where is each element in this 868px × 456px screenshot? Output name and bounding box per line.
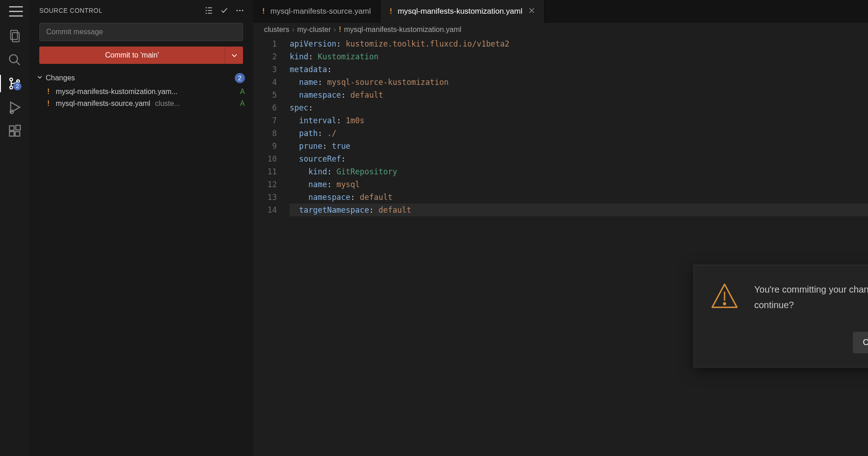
svg-point-3 [10, 78, 12, 81]
svg-point-4 [10, 86, 12, 89]
dialog-message: You're committing your changes to the de… [754, 282, 868, 313]
commit-more-button[interactable] [225, 47, 243, 64]
change-row[interactable]: ! mysql-manifests-source.yaml cluste... … [29, 98, 253, 110]
svg-rect-8 [10, 131, 14, 136]
chevron-right-icon: › [333, 26, 336, 34]
modified-marker-icon: ! [45, 88, 52, 96]
explorer-icon[interactable] [6, 27, 23, 45]
editor-area: ! mysql-manifests-source.yaml ! mysql-ma… [253, 0, 868, 456]
commit-warning-dialog: You're committing your changes to the de… [693, 265, 868, 367]
tab-bar: ! mysql-manifests-source.yaml ! mysql-ma… [253, 0, 868, 23]
menu-icon[interactable] [9, 5, 20, 13]
close-tab-icon[interactable] [529, 7, 535, 16]
yaml-file-icon: ! [390, 7, 392, 16]
chevron-right-icon: › [292, 26, 294, 34]
commit-message-input-wrap [39, 23, 243, 41]
search-icon[interactable] [6, 51, 23, 68]
source-control-panel: SOURCE CONTROL Commit to 'main' Changes … [29, 0, 253, 456]
file-status-badge: A [240, 88, 245, 96]
scm-badge: 2 [13, 82, 21, 90]
svg-rect-10 [16, 126, 21, 130]
warning-icon [710, 282, 739, 312]
panel-title: SOURCE CONTROL [39, 7, 198, 14]
create-branch-button[interactable]: Create new branch [853, 332, 868, 353]
tab-source[interactable]: ! mysql-manifests-source.yaml [253, 0, 381, 23]
tab-kustomization[interactable]: ! mysql-manifests-kustomization.yaml [381, 0, 545, 23]
run-debug-icon[interactable] [6, 99, 23, 116]
code-editor[interactable]: 1234567891011121314 apiVersion: kustomiz… [253, 37, 868, 216]
view-as-tree-icon[interactable] [204, 5, 214, 16]
breadcrumb[interactable]: clusters › my-cluster › ! mysql-manifest… [253, 23, 868, 37]
commit-check-icon[interactable] [219, 5, 229, 16]
source-control-icon[interactable]: 2 [6, 75, 23, 92]
modified-marker-icon: ! [45, 100, 52, 108]
chevron-down-icon [37, 74, 46, 82]
extensions-icon[interactable] [6, 122, 23, 140]
yaml-file-icon: ! [339, 26, 341, 34]
changes-section-header[interactable]: Changes 2 [29, 70, 253, 86]
yaml-file-icon: ! [262, 7, 265, 16]
commit-button[interactable]: Commit to 'main' [39, 47, 225, 64]
svg-point-11 [237, 10, 238, 11]
svg-point-2 [10, 55, 18, 63]
activity-bar: 2 [0, 0, 29, 456]
svg-rect-9 [15, 131, 20, 136]
commit-message-input[interactable] [39, 23, 243, 41]
svg-point-13 [242, 10, 243, 11]
change-row[interactable]: ! mysql-manifests-kustomization.yam... A [29, 86, 253, 98]
svg-rect-7 [10, 126, 14, 131]
svg-point-14 [724, 303, 725, 305]
changes-count-badge: 2 [235, 73, 245, 83]
file-status-badge: A [240, 100, 245, 108]
svg-rect-0 [11, 31, 17, 40]
svg-point-12 [239, 10, 241, 11]
svg-rect-1 [12, 33, 19, 42]
more-actions-icon[interactable] [235, 5, 245, 16]
